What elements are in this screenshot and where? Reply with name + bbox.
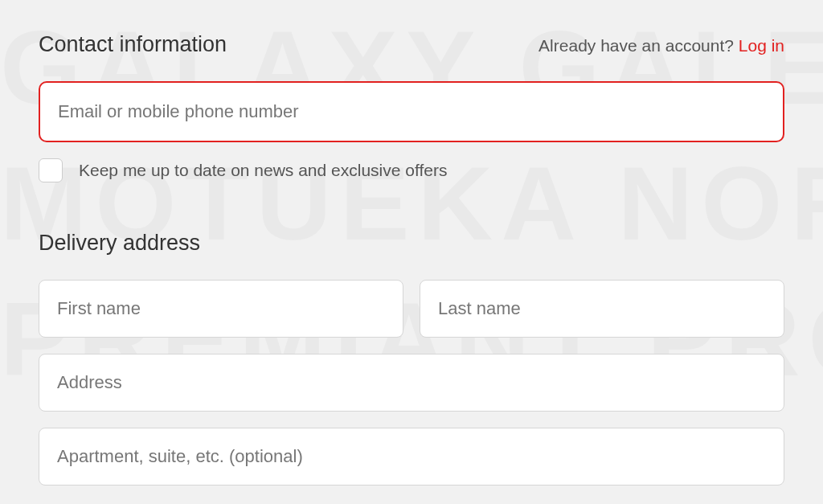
account-prompt-container: Already have an account? Log in	[538, 36, 784, 55]
checkout-form: Contact information Already have an acco…	[0, 0, 823, 504]
last-name-input[interactable]	[420, 280, 784, 338]
contact-heading: Contact information	[39, 32, 227, 57]
newsletter-checkbox-row: Keep me up to date on news and exclusive…	[39, 158, 784, 182]
first-name-input[interactable]	[39, 280, 403, 338]
delivery-heading: Delivery address	[39, 231, 784, 256]
account-prompt-text: Already have an account?	[538, 36, 739, 55]
address-input[interactable]	[39, 354, 784, 412]
login-link[interactable]: Log in	[739, 36, 784, 55]
apartment-input[interactable]	[39, 428, 784, 486]
newsletter-checkbox[interactable]	[39, 158, 63, 182]
name-input-row	[39, 280, 784, 338]
email-or-phone-input[interactable]	[39, 81, 784, 142]
contact-header-row: Contact information Already have an acco…	[39, 32, 784, 57]
newsletter-label: Keep me up to date on news and exclusive…	[79, 161, 447, 180]
